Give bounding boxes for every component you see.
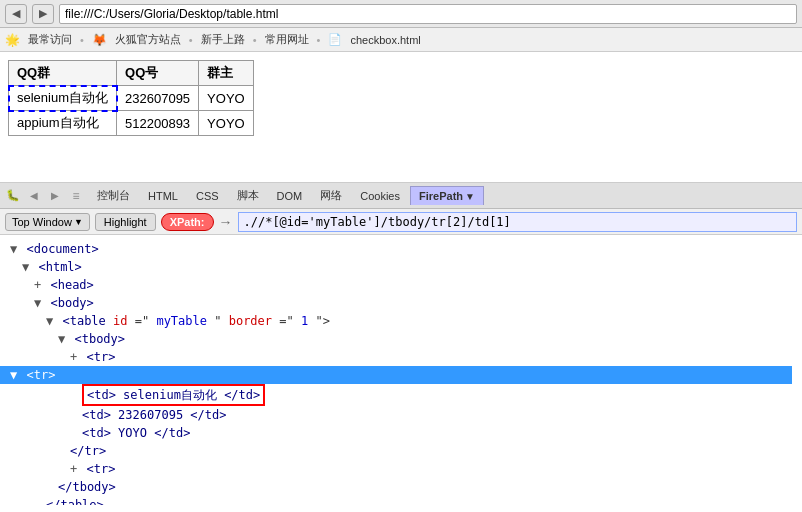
table-header-qq-group: QQ群 — [9, 61, 117, 86]
table-row: appium自动化 512200893 YOYO — [9, 111, 254, 136]
dom-line: ▼ <html> — [10, 258, 792, 276]
dom-line: ▼ <tbody> — [10, 330, 792, 348]
table-cell-row2-col3: YOYO — [199, 111, 254, 136]
tab-dom[interactable]: DOM — [269, 187, 311, 205]
demo-table: QQ群 QQ号 群主 selenium自动化 232607095 YOYO ap… — [8, 60, 254, 136]
dom-line: </tr> — [10, 442, 792, 460]
bookmark-checkbox[interactable]: checkbox.html — [350, 34, 420, 46]
dom-line: </tbody> — [10, 478, 792, 496]
tab-script[interactable]: 脚本 — [229, 185, 267, 206]
page-content: QQ群 QQ号 群主 selenium自动化 232607095 YOYO ap… — [0, 52, 802, 182]
bookmark-icon-1: 🌟 — [5, 33, 20, 47]
dom-expand-icon[interactable]: ▼ — [10, 368, 17, 382]
dom-line: ▼ <table id =" myTable " border =" 1 "> — [10, 312, 792, 330]
devtools-icon-list[interactable]: ≡ — [68, 188, 84, 204]
devtools-panel: 🐛 ◀ ▶ ≡ 控制台 HTML CSS 脚本 DOM 网络 Cookies F… — [0, 182, 802, 505]
table-cell-row2-col1: appium自动化 — [9, 111, 117, 136]
tab-firepath[interactable]: FirePath ▼ — [410, 186, 484, 205]
back-button[interactable]: ◀ — [5, 4, 27, 24]
bookmark-new-user[interactable]: 新手上路 — [201, 32, 245, 47]
dom-tree: ▼ <document> ▼ <html> + <head> ▼ <body> … — [0, 235, 802, 505]
dom-expand-icon[interactable]: ▼ — [34, 296, 41, 310]
tab-console[interactable]: 控制台 — [89, 185, 138, 206]
dom-line: + <tr> — [10, 460, 792, 478]
dom-expand-icon[interactable]: + — [34, 278, 41, 292]
bookmark-icon-2: 🦊 — [92, 33, 107, 47]
table-cell-row1-col1: selenium自动化 — [9, 86, 117, 111]
dom-line: <td> YOYO </td> — [10, 424, 792, 442]
devtools-tabs: 🐛 ◀ ▶ ≡ 控制台 HTML CSS 脚本 DOM 网络 Cookies F… — [0, 183, 802, 209]
xpath-arrow-icon: → — [219, 214, 233, 230]
bookmark-icon-5: 📄 — [328, 33, 342, 46]
xpath-button[interactable]: XPath: — [161, 213, 214, 231]
devtools-icon-arrow-right[interactable]: ▶ — [47, 188, 63, 204]
xpath-input[interactable] — [238, 212, 798, 232]
tab-network[interactable]: 网络 — [312, 185, 350, 206]
address-bar[interactable] — [59, 4, 797, 24]
table-cell-row1-col3: YOYO — [199, 86, 254, 111]
highlight-button[interactable]: Highlight — [95, 213, 156, 231]
dom-expand-icon[interactable]: ▼ — [10, 242, 17, 256]
table-header-qq-num: QQ号 — [117, 61, 199, 86]
table-header-owner: 群主 — [199, 61, 254, 86]
forward-button[interactable]: ▶ — [32, 4, 54, 24]
table-row: selenium自动化 232607095 YOYO — [9, 86, 254, 111]
dom-line: <td> 232607095 </td> — [10, 406, 792, 424]
dom-expand-icon[interactable]: ▼ — [22, 260, 29, 274]
top-window-button[interactable]: Top Window ▼ — [5, 213, 90, 231]
dom-line: ▼ <body> — [10, 294, 792, 312]
dom-expand-icon[interactable]: + — [70, 462, 77, 476]
tab-css[interactable]: CSS — [188, 187, 227, 205]
table-cell-row1-col2: 232607095 — [117, 86, 199, 111]
tab-cookies[interactable]: Cookies — [352, 187, 408, 205]
bookmark-firefox-official[interactable]: 火狐官方站点 — [115, 32, 181, 47]
devtools-icon-arrow[interactable]: ◀ — [26, 188, 42, 204]
devtools-toolbar: Top Window ▼ Highlight XPath: → — [0, 209, 802, 235]
dom-line-selected[interactable]: ▼ <tr> — [0, 366, 792, 384]
table-cell-row2-col2: 512200893 — [117, 111, 199, 136]
bookmark-most-visited[interactable]: 最常访问 — [28, 32, 72, 47]
dom-line-highlighted: <td> selenium自动化 </td> — [10, 384, 792, 406]
dom-expand-icon[interactable]: ▼ — [46, 314, 53, 328]
dom-line: </table> — [10, 496, 792, 505]
dom-line: ▼ <document> — [10, 240, 792, 258]
bookmark-common-sites[interactable]: 常用网址 — [265, 32, 309, 47]
browser-toolbar: ◀ ▶ — [0, 0, 802, 28]
dom-expand-icon[interactable]: + — [70, 350, 77, 364]
tab-html[interactable]: HTML — [140, 187, 186, 205]
bookmarks-bar: 🌟 最常访问 • 🦊 火狐官方站点 • 新手上路 • 常用网址 • 📄 chec… — [0, 28, 802, 52]
devtools-icon-bug[interactable]: 🐛 — [5, 188, 21, 204]
dom-expand-icon[interactable]: ▼ — [58, 332, 65, 346]
dom-line: + <head> — [10, 276, 792, 294]
dom-line: + <tr> — [10, 348, 792, 366]
